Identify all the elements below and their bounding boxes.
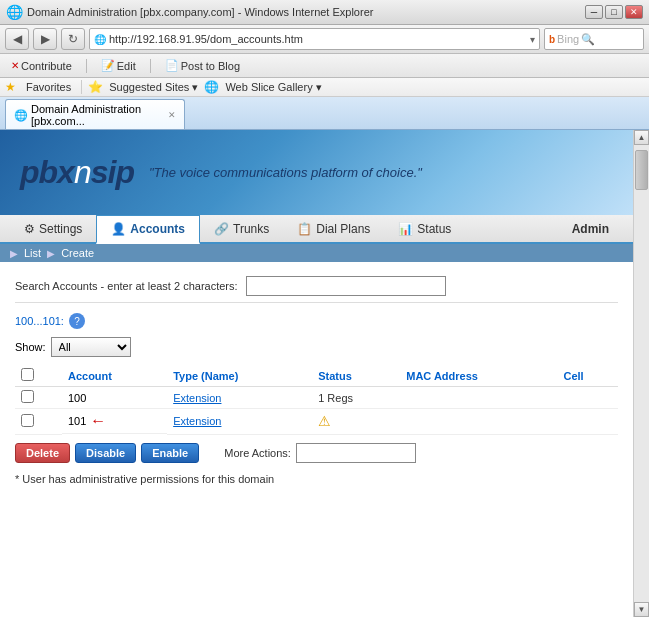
breadcrumb-create[interactable]: Create — [61, 247, 94, 259]
address-icon: 🌐 — [94, 34, 106, 45]
show-select[interactable]: All Active Inactive — [51, 337, 131, 357]
row2-account-num: 101 — [68, 415, 86, 427]
toolbar-separator-1 — [86, 59, 87, 73]
fav-separator — [81, 80, 82, 94]
search-accounts-label: Search Accounts - enter at least 2 chara… — [15, 280, 238, 292]
suggested-sites-link[interactable]: Suggested Sites ▾ — [109, 81, 198, 94]
scroll-thumb[interactable] — [635, 150, 648, 190]
table-row: 101 ← Extension ⚠ — [15, 409, 618, 435]
edit-button[interactable]: 📝 Edit — [95, 56, 142, 75]
trunks-label: Trunks — [233, 222, 269, 236]
delete-button[interactable]: Delete — [15, 443, 70, 463]
notice-row: * User has administrative permissions fo… — [15, 473, 618, 485]
settings-icon: ⚙ — [24, 222, 35, 236]
contribute-label: Contribute — [21, 60, 72, 72]
col-mac: MAC Address — [400, 365, 557, 387]
col-type: Type (Name) — [167, 365, 312, 387]
contribute-button[interactable]: ✕ Contribute — [5, 57, 78, 75]
address-go[interactable]: ▾ — [530, 34, 535, 45]
row1-checkbox-cell — [15, 387, 62, 409]
window-title: Domain Administration [pbx.company.com] … — [27, 6, 373, 18]
main-content: pbxnsip "The voice communications platfo… — [0, 130, 633, 617]
enable-button[interactable]: Enable — [141, 443, 199, 463]
row2-checkbox[interactable] — [21, 414, 34, 427]
search-row: Search Accounts - enter at least 2 chara… — [15, 270, 618, 303]
nav-tab-status[interactable]: 📊 Status — [384, 216, 465, 244]
nav-tab-accounts[interactable]: 👤 Accounts — [96, 215, 200, 244]
breadcrumb-arrow-2: ▶ — [47, 248, 55, 259]
disable-button[interactable]: Disable — [75, 443, 136, 463]
settings-label: Settings — [39, 222, 82, 236]
row1-checkbox[interactable] — [21, 390, 34, 403]
favorites-bar: ★ Favorites ⭐ Suggested Sites ▾ 🌐 Web Sl… — [0, 78, 649, 97]
search-bar[interactable]: b Bing 🔍 — [544, 28, 644, 50]
favorites-button[interactable]: Favorites — [22, 80, 75, 94]
row1-type-link[interactable]: Extension — [173, 392, 221, 404]
select-all-checkbox[interactable] — [21, 368, 34, 381]
row1-mac — [400, 387, 557, 409]
scroll-down-button[interactable]: ▼ — [634, 602, 649, 617]
breadcrumb: ▶ List ▶ Create — [0, 244, 633, 262]
nav-tab-admin[interactable]: Admin — [558, 216, 623, 244]
row1-status: 1 Regs — [312, 387, 400, 409]
vertical-scrollbar[interactable]: ▲ ▼ — [633, 130, 649, 617]
status-icon: 📊 — [398, 222, 413, 236]
admin-label: Admin — [572, 222, 609, 236]
contribute-x-icon: ✕ — [11, 60, 19, 71]
help-icon[interactable]: ? — [69, 313, 85, 329]
row2-mac — [400, 409, 557, 435]
refresh-button[interactable]: ↻ — [61, 28, 85, 50]
address-text: http://192.168.91.95/dom_accounts.htm — [109, 33, 527, 45]
tab-label: Domain Administration [pbx.com... — [31, 103, 161, 127]
post-label: Post to Blog — [181, 60, 240, 72]
accounts-table: Account Type (Name) Status MAC Address C… — [15, 365, 618, 435]
fav-icon-2: 🌐 — [204, 80, 219, 94]
browser-tab-1[interactable]: 🌐 Domain Administration [pbx.com... ✕ — [5, 99, 185, 129]
toolbar-separator-2 — [150, 59, 151, 73]
back-button[interactable]: ◀ — [5, 28, 29, 50]
minimize-button[interactable]: ─ — [585, 5, 603, 19]
post-to-blog-button[interactable]: 📄 Post to Blog — [159, 56, 246, 75]
nav-tabs: ⚙ Settings 👤 Accounts 🔗 Trunks 📋 Dial Pl… — [0, 215, 633, 244]
browser-toolbar: ✕ Contribute 📝 Edit 📄 Post to Blog — [0, 54, 649, 78]
range-row: 100...101: ? — [15, 313, 618, 329]
close-button[interactable]: ✕ — [625, 5, 643, 19]
fav-icon-1: ⭐ — [88, 80, 103, 94]
page-content: Search Accounts - enter at least 2 chara… — [0, 262, 633, 493]
maximize-button[interactable]: □ — [605, 5, 623, 19]
scroll-up-button[interactable]: ▲ — [634, 130, 649, 145]
row1-type: Extension — [167, 387, 312, 409]
post-icon: 📄 — [165, 59, 179, 72]
web-slice-gallery-link[interactable]: Web Slice Gallery ▾ — [225, 81, 321, 94]
row2-type-link[interactable]: Extension — [173, 415, 221, 427]
range-link[interactable]: 100...101: — [15, 315, 64, 327]
search-accounts-input[interactable] — [246, 276, 446, 296]
more-actions-input[interactable] — [296, 443, 416, 463]
nav-tab-trunks[interactable]: 🔗 Trunks — [200, 216, 283, 244]
breadcrumb-arrow-1: ▶ — [10, 248, 18, 259]
page-header: pbxnsip "The voice communications platfo… — [0, 130, 633, 215]
accounts-icon: 👤 — [111, 222, 126, 236]
row1-cell — [558, 387, 619, 409]
brand-tagline: "The voice communications platform of ch… — [149, 165, 422, 180]
nav-tab-dial-plans[interactable]: 📋 Dial Plans — [283, 216, 384, 244]
address-bar[interactable]: 🌐 http://192.168.91.95/dom_accounts.htm … — [89, 28, 540, 50]
bing-icon: b — [549, 34, 555, 45]
scroll-track[interactable] — [634, 145, 649, 602]
forward-button[interactable]: ▶ — [33, 28, 57, 50]
warning-icon: ⚠ — [318, 413, 331, 429]
row1-account: 100 — [62, 387, 167, 409]
window-controls: ─ □ ✕ — [585, 5, 643, 19]
ie-logo: 🌐 — [6, 4, 23, 20]
nav-tab-settings[interactable]: ⚙ Settings — [10, 216, 96, 244]
row2-checkbox-cell — [15, 409, 62, 435]
search-label: Bing — [557, 33, 579, 45]
accounts-label: Accounts — [130, 222, 185, 236]
tab-close-icon[interactable]: ✕ — [168, 110, 176, 120]
show-label: Show: — [15, 341, 46, 353]
brand-logo: pbxnsip — [20, 154, 134, 191]
breadcrumb-list[interactable]: List — [24, 247, 41, 259]
edit-label: Edit — [117, 60, 136, 72]
notice-text: * User has administrative permissions fo… — [15, 473, 274, 485]
trunks-icon: 🔗 — [214, 222, 229, 236]
